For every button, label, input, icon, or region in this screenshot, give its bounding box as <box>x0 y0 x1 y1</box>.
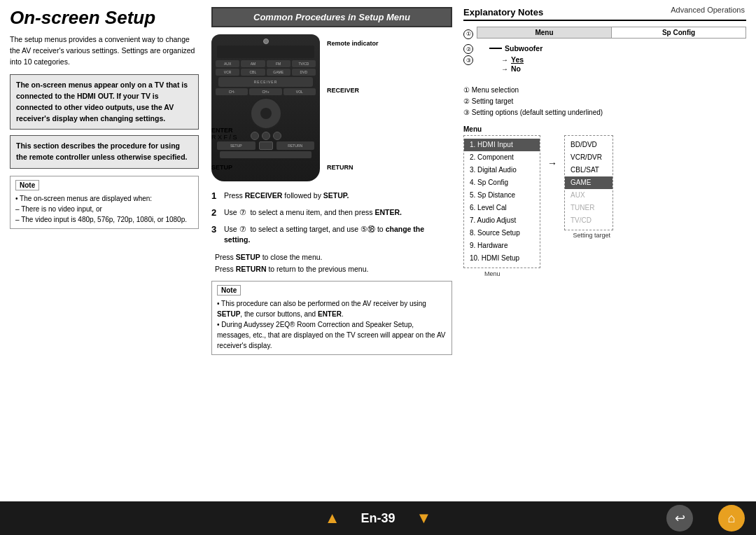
menu-item-sp-distance: 5. Sp Distance <box>464 189 540 202</box>
remote-btn-setup: SETUP <box>217 141 255 150</box>
remote-btn-sp <box>251 132 259 140</box>
menu-item-audio-adjust: 7. Audio Adjust <box>464 214 540 227</box>
steps-area: 1 Press RECEIVER followed by SETUP. 2 Us… <box>211 190 452 275</box>
menu-bottom-label: Menu <box>484 270 746 277</box>
spconfig-cell: Sp Config <box>612 27 746 38</box>
remote-dpad-ring <box>250 97 282 130</box>
remote-btn-cbl: CBL <box>241 69 265 76</box>
info-box-remote: This section describes the procedure for… <box>10 135 199 169</box>
menu-item-hardware: 9. Hardware <box>464 239 540 252</box>
callout-setup: SETUP <box>211 164 232 171</box>
note-label-left: Note <box>15 180 39 190</box>
right-column: Explanatory Notes ① Menu Sp Config ② Sub… <box>458 7 746 500</box>
back-icon: ↩ <box>675 510 685 526</box>
circle-2: ② <box>463 44 473 54</box>
step-1-text: Press RECEIVER followed by SETUP. <box>224 190 452 202</box>
remote-btn-aux: AUX <box>216 60 239 67</box>
menu-diagram: 1. HDMI Input 2. Component 3. Digital Au… <box>463 135 746 268</box>
remote-display <box>217 46 314 58</box>
remote-btn-am: AM <box>241 60 265 67</box>
remote-dpad-center <box>260 108 272 119</box>
setting-aux: AUX <box>565 189 612 202</box>
setting-vcrdvr: VCR/DVR <box>565 151 612 164</box>
remote-btn-vcr: VCR <box>216 69 239 76</box>
remote-btn-ch-plus: CH+ <box>249 88 281 95</box>
warning-text: The on-screen menus appear only on a TV … <box>16 81 188 122</box>
menu-item-source-setup: 8. Source Setup <box>464 227 540 239</box>
remote-btn-receiver: RECEIVER <box>218 77 313 87</box>
subwoofer-dash <box>489 48 502 49</box>
menu-cell: Menu <box>477 27 612 38</box>
step-2-num: 2 <box>211 207 224 218</box>
yes-no-area: → Yes → No <box>501 55 524 74</box>
remote-btn-ch-minus: CH- <box>216 88 248 95</box>
footer-home-button[interactable]: ⌂ <box>718 505 745 531</box>
setting-tvcd: TV/CD <box>565 214 612 227</box>
remote-two-btns: SETUP RETURN <box>217 141 314 150</box>
subwoofer-line: Subwoofer <box>489 44 542 53</box>
advanced-operations-label: Advanced Operations <box>671 6 745 14</box>
remote-btn-tvcd: TV/CD <box>292 60 316 67</box>
middle-column: Common Procedures in Setup Menu AUX AM F… <box>206 7 458 500</box>
note-item-2: ② Setting target <box>463 96 746 107</box>
subwoofer-text: Subwoofer <box>505 44 542 53</box>
circle-1: ① <box>463 29 473 39</box>
remote-btn-audio <box>259 141 273 150</box>
home-icon: ⌂ <box>728 511 736 526</box>
circle-3: ③ <box>463 55 473 65</box>
note-label-mid: Note <box>217 285 241 296</box>
press-instructions: Press SETUP to close the menu. Press RET… <box>211 251 452 275</box>
menu-list-box: 1. HDMI Input 2. Component 3. Digital Au… <box>463 135 540 268</box>
remote-btn-row2: VCR CBL GAME DVD <box>216 69 316 76</box>
page-title: On-screen Setup <box>10 7 199 29</box>
footer-arrow-up[interactable]: ▲ <box>325 509 340 527</box>
arrow-no: → <box>501 65 508 73</box>
note-box-left: Note • The on-screen menus are displayed… <box>10 176 199 229</box>
menu-item-sp-config: 4. Sp Config <box>464 176 540 189</box>
setting-game: GAME <box>565 176 612 189</box>
remote-btn-playlist <box>273 132 281 140</box>
yes-text: Yes <box>511 55 524 64</box>
menu-item-level-cal: 6. Level Cal <box>464 202 540 214</box>
footer-arrow-down[interactable]: ▼ <box>416 509 432 527</box>
step-2: 2 Use ⑦ to select a menu item, and then … <box>211 207 452 218</box>
menu-spconfig-bar: Menu Sp Config <box>477 27 746 39</box>
remote-ir-led <box>263 39 269 44</box>
menu-item-hdmi-input: 1. HDMI Input <box>464 139 540 151</box>
note-text-mid: • This procedure can also be performed o… <box>217 298 447 351</box>
diagram-arrow: → <box>547 135 557 191</box>
setting-target-box: BD/DVD VCR/DVR CBL/SAT GAME AUX TUNER TV… <box>564 135 613 230</box>
step-1: 1 Press RECEIVER followed by SETUP. <box>211 190 452 202</box>
remote-dpad <box>250 97 282 130</box>
step-3-text: Use ⑦ to select a setting target, and us… <box>224 224 452 246</box>
left-column: On-screen Setup The setup menus provides… <box>10 7 206 500</box>
info-text: This section describes the procedure for… <box>16 141 187 161</box>
menu-item-digital-audio: 3. Digital Audio <box>464 164 540 176</box>
yes-line: → Yes <box>501 55 524 64</box>
callout-remote-indicator: Remote indicator <box>327 40 379 47</box>
step-3: 3 Use ⑦ to select a setting target, and … <box>211 224 452 246</box>
intro-text: The setup menus provides a convenient wa… <box>10 34 199 67</box>
setting-cblsat: CBL/SAT <box>565 164 612 176</box>
remote-btn-row3: CH- CH+ VOL <box>216 88 316 95</box>
step-1-num: 1 <box>211 190 224 201</box>
warning-box-hdmi: The on-screen menus appear only on a TV … <box>10 74 199 130</box>
menu-item-hdmi-setup: 10. HDMI Setup <box>464 252 540 265</box>
remote-btn-vol: VOL <box>284 88 316 95</box>
footer-back-button[interactable]: ↩ <box>666 505 693 531</box>
remote-btn-row1: AUX AM FM TV/CD <box>216 60 316 67</box>
note-text-left: • The on-screen menus are displayed when… <box>15 193 193 225</box>
callout-receiver: RECEIVER <box>327 87 359 94</box>
setting-tuner: TUNER <box>565 202 612 214</box>
no-line: → No <box>501 64 524 73</box>
note-item-1: ① Menu selection <box>463 85 746 96</box>
remote-btn-dvd: DVD <box>292 69 316 76</box>
exp-notes-list: ① Menu selection ② Setting target ③ Sett… <box>463 85 746 118</box>
arrow-yes: → <box>501 56 508 64</box>
section-header: Common Procedures in Setup Menu <box>211 7 452 27</box>
footer-page-number: En-39 <box>360 511 395 526</box>
setting-target-label: Setting target <box>564 232 613 239</box>
remote-btn-enter <box>262 132 270 140</box>
exp-diagram: ① Menu Sp Config ② Subwoofer ③ <box>463 27 746 78</box>
menu-item-component: 2. Component <box>464 151 540 164</box>
